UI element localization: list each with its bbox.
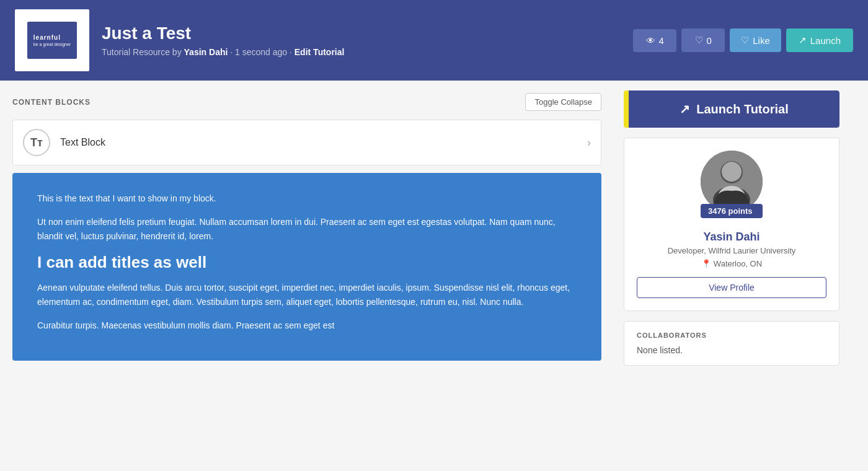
author-points-badge: 3476 points — [701, 204, 763, 218]
likes-count-button[interactable]: ♡ 0 — [681, 29, 725, 52]
collaborators-title: COLLABORATORS — [637, 332, 826, 339]
location-text: Waterloo, ON — [714, 259, 762, 268]
logo-text: learnful — [33, 34, 71, 41]
header-info: Just a Test Tutorial Resource by Yasin D… — [102, 24, 621, 57]
launch-icon: ↗ — [799, 35, 807, 46]
chevron-right-icon: › — [587, 136, 591, 149]
location-icon: 📍 — [701, 259, 711, 268]
preview-para3: Aenean vulputate eleifend tellus. Duis a… — [37, 281, 577, 309]
preview-para2: Ut non enim eleifend felis pretium feugi… — [37, 215, 577, 243]
edit-tutorial-link[interactable]: Edit Tutorial — [294, 47, 345, 57]
preview-para4: Curabitur turpis. Maecenas vestibulum mo… — [37, 319, 577, 332]
like-heart-icon: ♡ — [741, 35, 749, 46]
toggle-collapse-button[interactable]: Toggle Collapse — [525, 93, 601, 111]
text-block-icon: Tт — [23, 129, 50, 156]
collaborators-none-text: None listed. — [637, 345, 826, 355]
launch-tutorial-icon: ↗ — [680, 102, 690, 117]
header-meta: Tutorial Resource by Yasin Dahi · 1 seco… — [102, 47, 621, 57]
author-name-header: Yasin Dahi — [184, 47, 228, 57]
view-profile-button[interactable]: View Profile — [637, 277, 826, 298]
text-icon-label: Tт — [30, 136, 43, 149]
views-count: 4 — [659, 35, 664, 46]
likes-count: 0 — [707, 35, 712, 46]
heart-icon: ♡ — [695, 35, 703, 46]
page-title: Just a Test — [102, 24, 621, 43]
collaborators-card: COLLABORATORS None listed. — [624, 321, 839, 366]
logo-subtext: be a great designer — [33, 42, 71, 46]
text-block-label: Text Block — [60, 137, 587, 148]
author-avatar-wrap: 3476 points — [701, 151, 763, 218]
author-location: 📍 Waterloo, ON — [701, 259, 762, 268]
avatar — [701, 151, 763, 213]
content-area: CONTENT BLOCKS Toggle Collapse Tт Text B… — [0, 81, 614, 373]
meta-time: 1 second ago — [235, 47, 287, 57]
meta-prefix: Tutorial Resource by — [102, 47, 184, 57]
eye-icon: 👁 — [646, 35, 655, 46]
preview-para1: This is the text that I want to show in … — [37, 191, 577, 205]
like-button[interactable]: ♡ Like — [730, 29, 781, 52]
author-name: Yasin Dahi — [703, 231, 760, 244]
launch-section: ↗ Launch Tutorial — [624, 90, 839, 128]
content-preview: This is the text that I want to show in … — [12, 173, 601, 361]
views-button[interactable]: 👁 4 — [633, 29, 676, 52]
launch-tutorial-label: Launch Tutorial — [696, 102, 789, 117]
author-role: Developer, Wilfrid Laurier University — [668, 246, 796, 255]
preview-heading: I can add titles as well — [37, 253, 577, 272]
launch-label: Launch — [810, 35, 841, 46]
header-actions: 👁 4 ♡ 0 ♡ Like ↗ Launch — [633, 29, 853, 52]
launch-tutorial-button[interactable]: ↗ Launch Tutorial — [629, 90, 839, 128]
sidebar: ↗ Launch Tutorial — [614, 81, 849, 376]
author-card: 3476 points Yasin Dahi Developer, Wilfri… — [624, 138, 839, 311]
page-header: learnful be a great designer Just a Test… — [0, 0, 868, 81]
content-blocks-header: CONTENT BLOCKS Toggle Collapse — [12, 93, 601, 111]
meta-separator1: · — [230, 47, 235, 57]
main-container: CONTENT BLOCKS Toggle Collapse Tт Text B… — [0, 81, 868, 376]
yellow-accent-bar — [624, 90, 629, 128]
meta-separator2: · — [290, 47, 294, 57]
launch-header-button[interactable]: ↗ Launch — [786, 29, 853, 52]
text-block-item[interactable]: Tт Text Block › — [12, 120, 601, 165]
svg-point-4 — [722, 162, 742, 182]
logo: learnful be a great designer — [15, 9, 89, 71]
content-blocks-title: CONTENT BLOCKS — [12, 98, 91, 107]
like-label: Like — [753, 35, 770, 46]
